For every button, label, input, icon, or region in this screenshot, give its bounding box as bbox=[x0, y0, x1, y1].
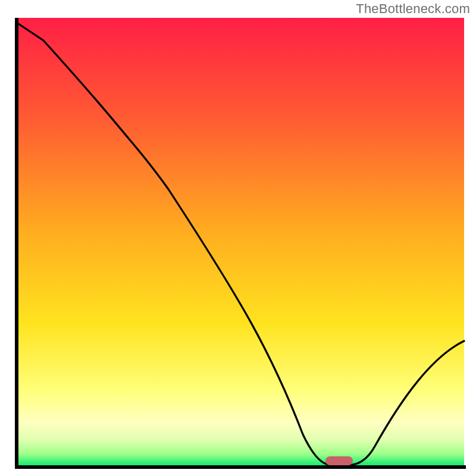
watermark-text: TheBottleneck.com bbox=[356, 1, 470, 17]
plot-area bbox=[15, 18, 466, 469]
plot-svg bbox=[15, 18, 466, 469]
optimal-marker bbox=[325, 456, 353, 465]
chart-stage: TheBottleneck.com bbox=[0, 0, 476, 476]
